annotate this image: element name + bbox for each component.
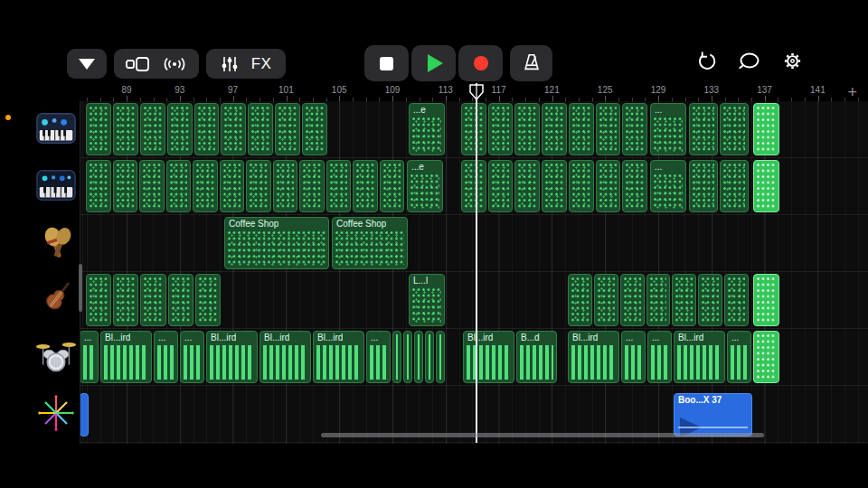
midi-region-segment[interactable] — [414, 331, 423, 383]
midi-region-segment[interactable] — [326, 160, 352, 212]
midi-region-segment[interactable] — [514, 160, 540, 212]
drum-region[interactable]: Bl...ird — [463, 331, 514, 383]
midi-region-group[interactable] — [392, 331, 412, 383]
midi-region-segment[interactable] — [720, 103, 749, 155]
midi-region-segment[interactable] — [568, 274, 592, 326]
midi-region[interactable]: Coffee Shop — [332, 217, 408, 269]
timeline-ruler[interactable]: + 89939710110510911311712112512913313714… — [0, 83, 868, 102]
track-header-strings-track[interactable] — [0, 272, 80, 329]
midi-region[interactable]: ... — [650, 160, 686, 212]
midi-region-segment[interactable] — [569, 160, 594, 212]
midi-region-segment[interactable] — [193, 160, 218, 212]
midi-region-segment[interactable] — [353, 160, 378, 212]
sliders-icon[interactable] — [221, 56, 239, 72]
midi-region[interactable]: L...l — [409, 274, 445, 326]
midi-region-segment[interactable] — [620, 274, 645, 326]
midi-region-segment[interactable] — [403, 331, 412, 383]
midi-region-segment[interactable] — [698, 274, 722, 326]
midi-region-group[interactable] — [86, 274, 221, 326]
midi-region-segment[interactable] — [436, 331, 445, 383]
midi-region-segment[interactable] — [724, 274, 749, 326]
midi-region[interactable]: ... — [650, 103, 686, 155]
drum-region[interactable]: Bl...ird — [313, 331, 364, 383]
track-header-synth-track-1[interactable] — [0, 101, 80, 158]
midi-region[interactable] — [753, 160, 779, 212]
record-button[interactable] — [458, 45, 503, 81]
midi-region-segment[interactable] — [542, 103, 567, 155]
fx-button[interactable]: FX — [251, 55, 272, 73]
midi-region-segment[interactable] — [139, 160, 165, 212]
drum-region[interactable]: ... — [727, 331, 751, 383]
drum-region[interactable]: Bl...ird — [206, 331, 258, 383]
midi-region-segment[interactable] — [86, 274, 111, 326]
midi-region-group[interactable] — [461, 103, 647, 155]
midi-region[interactable] — [753, 103, 779, 155]
midi-region-group[interactable] — [689, 160, 749, 212]
midi-region-segment[interactable] — [140, 274, 165, 326]
tracks-timeline[interactable]: ...e......e...Coffee ShopCoffee ShopL...… — [0, 101, 868, 444]
midi-region-segment[interactable] — [246, 160, 271, 212]
audio-region[interactable] — [80, 393, 89, 436]
midi-region-segment[interactable] — [689, 103, 718, 155]
midi-region-segment[interactable] — [248, 103, 273, 155]
playhead-line[interactable] — [476, 83, 477, 443]
vertical-scrollbar[interactable] — [79, 264, 82, 312]
midi-region-segment[interactable] — [488, 160, 514, 212]
midi-region-segment[interactable] — [299, 160, 325, 212]
midi-region-segment[interactable] — [672, 274, 696, 326]
midi-region-segment[interactable] — [167, 103, 193, 155]
loop-browser-button[interactable] — [739, 52, 760, 73]
midi-region-segment[interactable] — [140, 103, 165, 155]
midi-region-segment[interactable] — [166, 160, 192, 212]
drum-region[interactable]: ... — [647, 331, 672, 383]
midi-region-segment[interactable] — [113, 274, 138, 326]
broadcast-icon[interactable] — [162, 56, 187, 72]
midi-region-segment[interactable] — [594, 274, 618, 326]
drum-region[interactable]: Bl...ird — [100, 331, 152, 383]
midi-region-segment[interactable] — [596, 103, 621, 155]
undo-button[interactable] — [696, 51, 717, 74]
midi-region-segment[interactable] — [86, 103, 111, 155]
midi-region-group[interactable] — [689, 103, 749, 155]
track-header-drums-track[interactable] — [0, 329, 80, 386]
midi-region-group[interactable] — [568, 274, 749, 326]
midi-region-segment[interactable] — [113, 103, 138, 155]
midi-region-group[interactable] — [461, 160, 647, 212]
midi-region-segment[interactable] — [720, 160, 749, 212]
song-browser-button[interactable] — [67, 49, 107, 79]
drum-region[interactable]: ... — [180, 331, 204, 383]
midi-region-group[interactable] — [86, 103, 327, 155]
midi-region-segment[interactable] — [461, 160, 486, 212]
midi-region-segment[interactable] — [425, 331, 434, 383]
midi-region-segment[interactable] — [646, 274, 671, 326]
drum-region[interactable]: ... — [621, 331, 646, 383]
drum-region[interactable]: Bl...ird — [259, 331, 311, 383]
midi-region-segment[interactable] — [622, 103, 647, 155]
midi-region-segment[interactable] — [689, 160, 718, 212]
midi-region[interactable]: Coffee Shop — [224, 217, 329, 269]
midi-region-segment[interactable] — [220, 160, 245, 212]
midi-region-segment[interactable] — [514, 103, 540, 155]
regions-view-icon[interactable] — [126, 56, 149, 72]
midi-region-segment[interactable] — [113, 160, 138, 212]
playhead-marker[interactable] — [469, 84, 484, 100]
midi-region-segment[interactable] — [461, 103, 486, 155]
metronome-button[interactable] — [510, 45, 552, 81]
horizontal-scrollbar[interactable] — [321, 433, 764, 437]
drum-region[interactable]: Bl...ird — [674, 331, 725, 383]
settings-button[interactable] — [782, 51, 803, 74]
midi-region-segment[interactable] — [569, 103, 594, 155]
midi-region[interactable] — [753, 331, 779, 383]
midi-region-segment[interactable] — [488, 103, 514, 155]
midi-region-segment[interactable] — [622, 160, 647, 212]
midi-region-segment[interactable] — [302, 103, 327, 155]
midi-region[interactable]: ...e — [407, 160, 443, 212]
midi-region-segment[interactable] — [86, 160, 111, 212]
drum-region[interactable]: ... — [154, 331, 178, 383]
drum-region[interactable]: Bl...ird — [568, 331, 619, 383]
midi-region[interactable] — [753, 274, 779, 326]
track-header-audio-fx-track[interactable] — [0, 386, 80, 443]
midi-region-segment[interactable] — [273, 160, 298, 212]
stop-button[interactable] — [364, 45, 409, 81]
drum-region[interactable]: ... — [366, 331, 391, 383]
